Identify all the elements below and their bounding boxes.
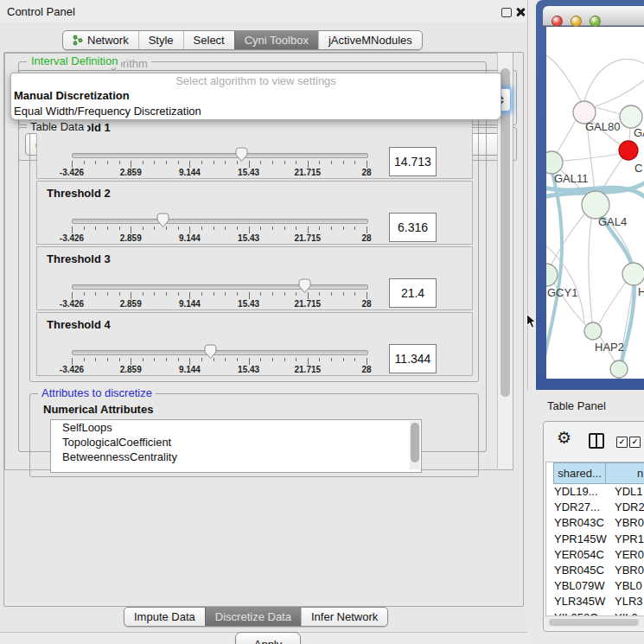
tick-mark — [260, 161, 261, 164]
float-window-button[interactable] — [501, 8, 512, 17]
network-node-h[interactable] — [622, 263, 644, 285]
scale-label: 28 — [345, 168, 388, 177]
table-row-ydr27-[interactable]: YDR27...YDR2 — [546, 500, 644, 515]
threshold-value-field[interactable]: 11.344 — [389, 344, 437, 373]
cell-name: YLR3 — [615, 595, 643, 608]
gear-icon[interactable]: ⚙ — [557, 429, 571, 448]
table-row-yer054c[interactable]: YER054CYER0 — [546, 547, 644, 563]
network-canvas[interactable]: GAL80GACGAL11GAL4GCY1HHAP2 — [546, 27, 644, 379]
tab-style[interactable]: Style — [138, 31, 183, 49]
network-edge[interactable] — [584, 60, 644, 100]
zoom-traffic-light[interactable] — [590, 16, 601, 27]
table-row-ylr345w[interactable]: YLR345WYLR3 — [546, 594, 644, 609]
tab-label: Select — [194, 31, 225, 49]
network-node-gcy1[interactable] — [546, 264, 558, 286]
threshold-value-field[interactable]: 21.4 — [389, 278, 437, 308]
list-scrollbar[interactable] — [410, 421, 420, 469]
numerical-attributes-list[interactable]: SelfLoopsTopologicalCoefficientBetweenne… — [50, 419, 422, 470]
network-node-unlabeled[interactable] — [610, 360, 628, 378]
attribute-item-selfloops[interactable]: SelfLoops — [51, 420, 421, 435]
network-node-gal11[interactable] — [546, 151, 563, 174]
checkbox-checked-icon[interactable]: ✓ — [616, 437, 628, 448]
scale-label: 21.715 — [286, 365, 329, 374]
tick-mark — [272, 226, 273, 230]
tab-label: Discretize Data — [215, 608, 291, 626]
tab-select[interactable]: Select — [183, 31, 234, 49]
threshold-value-field[interactable]: 14.713 — [389, 147, 437, 176]
threshold-label: Threshold 3 — [47, 252, 111, 265]
table-horizontal-scrollbar-thumb[interactable] — [549, 619, 639, 626]
algorithm-option-manual-discretization[interactable]: Manual Discretization — [11, 88, 501, 104]
minimize-traffic-light[interactable] — [571, 16, 582, 27]
checkbox-checked-icon[interactable]: ✓ — [629, 437, 641, 448]
column-header-name[interactable]: n — [605, 462, 644, 484]
tick-mark — [308, 161, 309, 168]
slider-thumb[interactable] — [156, 213, 169, 228]
node-label-gal11: GAL11 — [554, 172, 589, 185]
slider-track[interactable] — [72, 219, 368, 224]
bottom-tab-discretize-data[interactable]: Discretize Data — [205, 608, 301, 626]
split-columns-icon[interactable] — [589, 433, 604, 449]
attribute-item-topologicalcoefficient[interactable]: TopologicalCoefficient — [51, 435, 421, 450]
tick-mark — [201, 161, 202, 164]
tick-mark — [107, 161, 108, 164]
network-edge[interactable] — [589, 219, 592, 322]
attribute-item-betweennesscentrality[interactable]: BetweennessCentrality — [51, 450, 421, 464]
network-window-titlebar — [543, 6, 644, 26]
tab-cyni-toolbox[interactable]: Cyni Toolbox — [234, 31, 318, 49]
tick-mark — [72, 161, 73, 168]
tab-jactivemnodules[interactable]: jActiveMNodules — [318, 31, 422, 49]
tick-mark — [119, 161, 120, 164]
network-edge[interactable] — [546, 53, 581, 101]
table-row-ybr043c[interactable]: YBR043CYBR0 — [546, 515, 644, 531]
algorithm-placeholder-option[interactable]: Select algorithm to view settings — [11, 73, 501, 88]
table-horizontal-scrollbar[interactable] — [545, 615, 644, 628]
network-edge[interactable] — [556, 120, 576, 154]
network-edge[interactable] — [593, 79, 644, 107]
table-row-ypr145w[interactable]: YPR145WYPR1 — [546, 532, 644, 547]
panel-scrollbar-thumb[interactable] — [501, 68, 510, 397]
list-scrollbar-thumb[interactable] — [411, 423, 419, 462]
slider-thumb[interactable] — [298, 278, 311, 294]
tab-network[interactable]: Network — [63, 31, 138, 49]
tick-mark — [84, 292, 85, 296]
slider-track[interactable] — [72, 153, 368, 158]
tick-mark — [107, 292, 108, 296]
network-edge[interactable] — [599, 282, 626, 324]
network-edge[interactable] — [551, 214, 584, 266]
close-window-button[interactable] — [515, 7, 526, 17]
tick-mark — [331, 226, 332, 230]
tick-mark — [201, 292, 202, 296]
algorithm-option-equal-width-frequency-discretization[interactable]: Equal Width/Frequency Discretization — [11, 104, 501, 119]
scale-label: 15.43 — [227, 233, 271, 243]
network-graph: GAL80GACGAL11GAL4GCY1HHAP2 — [546, 27, 644, 379]
tick-mark — [249, 161, 250, 168]
table-row-ybr045c[interactable]: YBR045CYBR0 — [546, 563, 644, 578]
threshold-value-field[interactable]: 6.316 — [389, 213, 437, 242]
network-node-c[interactable] — [619, 141, 638, 160]
close-traffic-light[interactable] — [552, 16, 563, 27]
tick-mark — [354, 358, 355, 361]
tick-mark — [284, 358, 285, 361]
tick-mark — [214, 292, 214, 296]
slider-thumb[interactable] — [235, 147, 248, 163]
tick-mark — [367, 226, 367, 233]
network-edge[interactable] — [629, 128, 630, 141]
slider-track[interactable] — [72, 350, 368, 355]
table-panel-titlebar: Table Panel — [527, 390, 644, 418]
slider-thumb[interactable] — [204, 344, 217, 360]
network-node-hap2[interactable] — [584, 322, 602, 340]
tick-mark — [214, 226, 214, 230]
network-node-ga[interactable] — [620, 105, 642, 128]
table-row-ybl079w[interactable]: YBL079WYBL0 — [546, 578, 644, 594]
network-edge[interactable] — [595, 107, 621, 114]
bottom-tab-infer-network[interactable]: Infer Network — [301, 608, 387, 626]
slider-track[interactable] — [72, 284, 368, 290]
bottom-tab-impute-data[interactable]: Impute Data — [124, 608, 205, 626]
cell-name: YER0 — [615, 548, 644, 561]
table-row-ydl19-[interactable]: YDL19...YDL1 — [546, 484, 644, 500]
mouse-cursor — [526, 313, 537, 329]
apply-button[interactable]: Apply — [235, 632, 301, 644]
column-header-shared-name[interactable]: shared... — [553, 462, 606, 484]
tick-mark — [343, 292, 344, 296]
